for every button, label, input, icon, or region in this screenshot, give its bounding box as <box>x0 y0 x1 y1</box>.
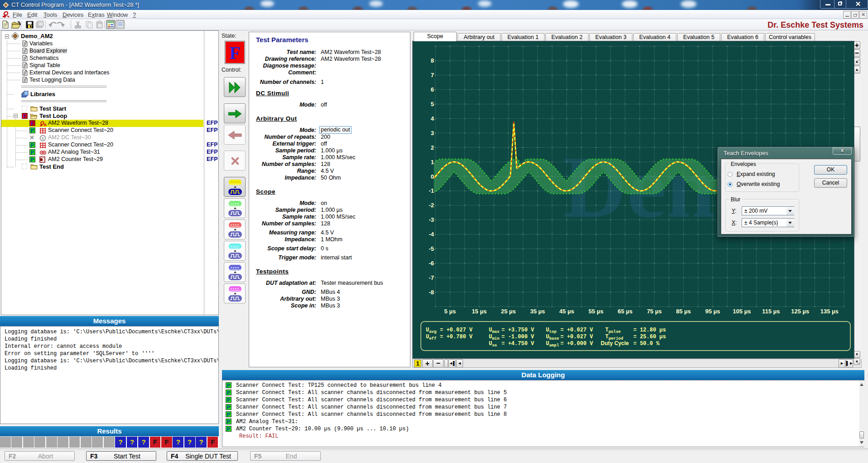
svg-text:0: 0 <box>431 173 434 180</box>
svg-text:-2: -2 <box>429 202 434 209</box>
svg-text:95 µs: 95 µs <box>705 308 720 315</box>
svg-text:= 50.0 %: = 50.0 % <box>633 341 660 347</box>
svg-text:115 µs: 115 µs <box>762 308 780 315</box>
svg-text:Duty Cycle: Duty Cycle <box>601 340 629 346</box>
svg-text:= +4.750 V: = +4.750 V <box>502 341 535 347</box>
svg-text:135 µs: 135 µs <box>820 308 839 315</box>
svg-text:= +0.027 V: = +0.027 V <box>560 334 593 340</box>
svg-text:85 µs: 85 µs <box>676 308 691 315</box>
svg-text:-5: -5 <box>429 245 434 252</box>
svg-text:6: 6 <box>431 86 434 93</box>
svg-text:4: 4 <box>431 115 434 122</box>
svg-text:65 µs: 65 µs <box>618 308 633 315</box>
svg-text:-7: -7 <box>429 274 434 281</box>
svg-text:35 µs: 35 µs <box>530 308 545 315</box>
svg-text:= +0.027 V: = +0.027 V <box>560 327 593 333</box>
svg-text:15 µs: 15 µs <box>472 308 487 315</box>
svg-text:= +0.000 V: = +0.000 V <box>560 341 593 347</box>
svg-text:25 µs: 25 µs <box>501 308 516 315</box>
svg-text:8: 8 <box>431 57 434 64</box>
svg-text:-6: -6 <box>429 260 434 267</box>
svg-text:-8: -8 <box>429 289 434 296</box>
svg-text:= 25.60 µs: = 25.60 µs <box>633 334 666 340</box>
svg-text:= 12.80 µs: = 12.80 µs <box>633 327 666 333</box>
svg-text:= +0.780 V: = +0.780 V <box>440 334 473 340</box>
svg-text:2: 2 <box>431 144 434 151</box>
svg-text:5 µs: 5 µs <box>444 308 456 315</box>
svg-text:1: 1 <box>431 159 434 166</box>
svg-text:45 µs: 45 µs <box>559 308 574 315</box>
svg-text:= -1.000 V: = -1.000 V <box>502 334 535 340</box>
svg-text:3: 3 <box>431 130 434 136</box>
svg-text:75 µs: 75 µs <box>647 308 662 315</box>
svg-text:V: V <box>41 136 44 141</box>
svg-text:105 µs: 105 µs <box>733 308 751 315</box>
svg-text:-4: -4 <box>429 231 434 238</box>
svg-text:5: 5 <box>431 101 434 107</box>
svg-text:125 µs: 125 µs <box>791 308 809 315</box>
svg-text:= +3.750 V: = +3.750 V <box>502 327 535 333</box>
svg-text:55 µs: 55 µs <box>588 308 603 315</box>
svg-text:7: 7 <box>431 72 434 78</box>
svg-text:-1: -1 <box>429 187 434 194</box>
svg-text:-3: -3 <box>429 216 434 223</box>
svg-text:= +0.027 V: = +0.027 V <box>440 327 473 333</box>
